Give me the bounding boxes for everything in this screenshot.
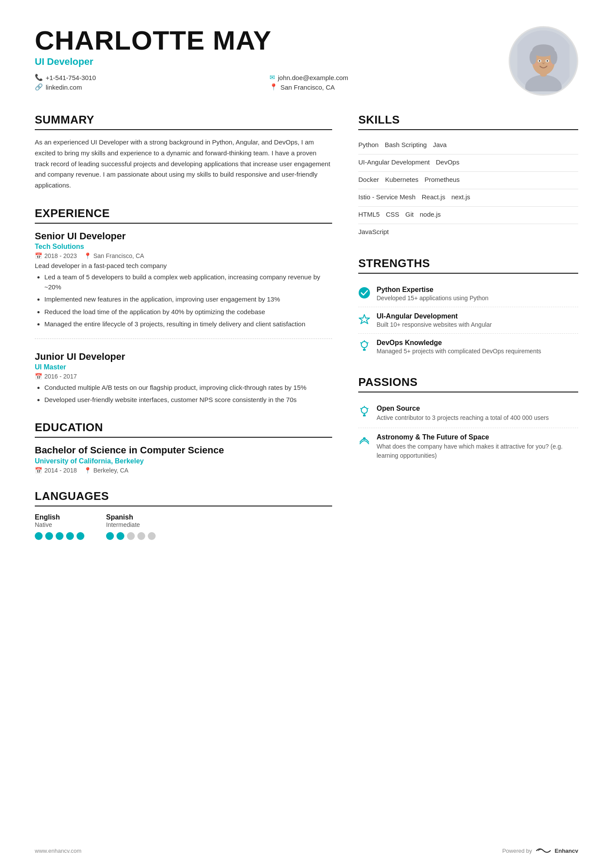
strength-angular-desc: Built 10+ responsive websites with Angul… xyxy=(376,321,492,328)
job-1-meta: 📅 2018 - 2023 📍 San Francisco, CA xyxy=(35,252,332,259)
skill-istio: Istio - Service Mesh xyxy=(358,192,422,202)
job-2-meta: 📅 2016 - 2017 xyxy=(35,373,332,380)
bullet-item: Managed the entire lifecycle of 3 projec… xyxy=(44,319,332,329)
dot xyxy=(117,532,124,540)
dot xyxy=(56,532,63,540)
email-value: john.doe@example.com xyxy=(278,74,348,81)
bullet-item: Led a team of 5 developers to build a co… xyxy=(44,272,332,292)
dot xyxy=(127,532,135,540)
svg-line-21 xyxy=(367,342,368,343)
job-1: Senior UI Developer Tech Solutions 📅 201… xyxy=(35,231,332,339)
skills-grid: Python Bash Scripting Java UI-Angular De… xyxy=(358,137,578,241)
skill-kubernetes: Kubernetes xyxy=(385,174,425,184)
job-1-company: Tech Solutions xyxy=(35,243,332,251)
linkedin-icon: 🔗 xyxy=(35,83,43,91)
calendar-icon: 📅 xyxy=(35,252,42,259)
skills-row-4: Istio - Service Mesh React.js next.js xyxy=(358,189,578,207)
lang-english-level: Native xyxy=(35,521,84,528)
language-spanish: Spanish Intermediate xyxy=(106,513,156,540)
dot xyxy=(148,532,156,540)
job-1-title: Senior UI Developer xyxy=(35,231,332,242)
lang-spanish-name: Spanish xyxy=(106,513,156,521)
passion-astronomy: Astronomy & The Future of Space What doe… xyxy=(358,428,578,466)
svg-point-13 xyxy=(359,287,370,298)
skills-row-1: Python Bash Scripting Java xyxy=(358,137,578,154)
bullet-item: Implemented new features in the applicat… xyxy=(44,294,332,304)
svg-point-12 xyxy=(548,63,553,66)
job-2-company: UI Master xyxy=(35,363,332,371)
astronomy-icon xyxy=(358,434,370,446)
linkedin-contact: 🔗 linkedin.com xyxy=(35,83,257,91)
bulb-icon xyxy=(358,340,370,352)
svg-point-22 xyxy=(361,407,367,413)
dot xyxy=(137,532,145,540)
strength-python: Python Expertise Developed 15+ applicati… xyxy=(358,281,578,307)
skills-section: SKILLS Python Bash Scripting Java UI-Ang… xyxy=(358,113,578,241)
calendar-icon: 📅 xyxy=(35,467,42,474)
skills-row-2: UI-Angular Development DevOps xyxy=(358,154,578,172)
passion-astronomy-desc: What does the company have which makes i… xyxy=(376,442,578,460)
contact-details: 📞 +1-541-754-3010 ✉ john.doe@example.com… xyxy=(35,74,491,91)
strength-python-desc: Developed 15+ applications using Python xyxy=(376,295,488,302)
skill-git: Git xyxy=(405,209,420,219)
phone-icon: 📞 xyxy=(35,74,43,81)
job-1-location: 📍 San Francisco, CA xyxy=(84,252,144,259)
strength-devops-name: DevOps Knowledge xyxy=(376,339,541,347)
strength-devops-desc: Managed 5+ projects with complicated Dev… xyxy=(376,348,541,355)
footer-website: www.enhancv.com xyxy=(35,848,81,854)
language-english: English Native xyxy=(35,513,84,540)
skills-title: SKILLS xyxy=(358,113,578,130)
education-title: EDUCATION xyxy=(35,421,332,438)
candidate-title: UI Developer xyxy=(35,56,491,67)
lang-spanish-dots xyxy=(106,532,156,540)
candidate-name: CHARLOTTE MAY xyxy=(35,26,491,54)
svg-point-29 xyxy=(363,437,366,440)
bullet-item: Reduced the load time of the application… xyxy=(44,307,332,317)
languages-title: LANGUAGES xyxy=(35,489,332,506)
resume-header: CHARLOTTE MAY UI Developer 📞 +1-541-754-… xyxy=(35,26,578,96)
svg-point-11 xyxy=(534,63,539,66)
phone-value: +1-541-754-3010 xyxy=(46,74,96,81)
skill-css: CSS xyxy=(386,209,405,219)
calendar-icon: 📅 xyxy=(35,373,42,380)
svg-point-15 xyxy=(361,342,367,348)
education-section: EDUCATION Bachelor of Science in Compute… xyxy=(35,421,332,474)
edu-dates: 📅 2014 - 2018 xyxy=(35,467,77,474)
profile-photo xyxy=(509,26,578,96)
svg-point-9 xyxy=(539,60,540,62)
svg-point-5 xyxy=(530,50,536,64)
job-1-bullets: Led a team of 5 developers to build a co… xyxy=(35,272,332,329)
dot xyxy=(77,532,84,540)
page-footer: www.enhancv.com Powered by Enhancv xyxy=(35,846,578,855)
footer-brand: Powered by Enhancv xyxy=(502,846,578,855)
job-1-lead: Lead developer in a fast-paced tech comp… xyxy=(35,262,332,269)
languages-row: English Native Spanish Intermediate xyxy=(35,513,332,540)
passion-opensource-name: Open Source xyxy=(376,405,549,412)
svg-point-10 xyxy=(546,60,548,62)
skill-html5: HTML5 xyxy=(358,209,386,219)
lang-english-name: English xyxy=(35,513,84,521)
languages-section: LANGUAGES English Native Spanish Interm xyxy=(35,489,332,540)
passion-astronomy-name: Astronomy & The Future of Space xyxy=(376,433,578,441)
strengths-section: STRENGTHS Python Expertise Developed 15+… xyxy=(358,257,578,360)
bullet-item: Conducted multiple A/B tests on our flag… xyxy=(44,382,332,392)
skill-bash: Bash Scripting xyxy=(385,140,433,150)
bullet-item: Developed user-friendly website interfac… xyxy=(44,395,332,405)
edu-meta: 📅 2014 - 2018 📍 Berkeley, CA xyxy=(35,467,332,474)
header-info: CHARLOTTE MAY UI Developer 📞 +1-541-754-… xyxy=(35,26,491,91)
dot xyxy=(45,532,53,540)
skill-nodejs: node.js xyxy=(420,209,446,219)
powered-by-text: Powered by xyxy=(502,848,532,854)
skill-javascript: JavaScript xyxy=(358,227,395,237)
email-icon: ✉ xyxy=(270,74,275,81)
summary-title: SUMMARY xyxy=(35,113,332,130)
passion-opensource-content: Open Source Active contributor to 3 proj… xyxy=(376,405,549,422)
location-icon: 📍 xyxy=(270,83,278,91)
profile-avatar xyxy=(517,30,570,91)
enhancv-logo: Enhancv xyxy=(536,846,578,855)
summary-section: SUMMARY As an experienced UI Developer w… xyxy=(35,113,332,191)
summary-text: As an experienced UI Developer with a st… xyxy=(35,137,332,191)
check-icon xyxy=(358,287,370,299)
opensource-icon xyxy=(358,406,370,418)
passion-astronomy-content: Astronomy & The Future of Space What doe… xyxy=(376,433,578,460)
